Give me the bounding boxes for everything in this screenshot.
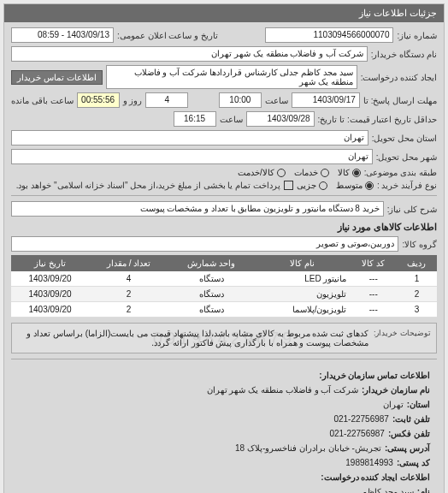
contact-block: اطلاعات تماس سازمان خریدار: نام سازمان خ… bbox=[11, 365, 437, 493]
radio-icon bbox=[321, 169, 329, 177]
class-radio-group: کالا خدمات کالا/خدمت bbox=[238, 168, 361, 177]
buyer-note-text: کدهای ثبت شده مربوط به کالای مشابه باشد،… bbox=[17, 329, 368, 347]
reqno-field: 1103094566000070 bbox=[265, 27, 393, 43]
buyer-unit-field: شرکت آب و فاضلاب منطقه یک شهر تهران bbox=[11, 46, 368, 62]
class-both[interactable]: کالا/خدمت bbox=[238, 168, 286, 177]
announce-field: 1403/09/13 - 08:59 bbox=[11, 27, 114, 43]
table-row: 3 --- تلویزیون/پلاسما دستگاه 2 1403/09/2… bbox=[11, 302, 437, 318]
days-remain-label: روز و bbox=[123, 96, 143, 105]
buyer-note-box: 09198429679 توضیحات خریدار: کدهای ثبت شد… bbox=[11, 323, 437, 353]
divider bbox=[11, 195, 437, 196]
process-label: نوع فرآیند خرید : bbox=[377, 181, 437, 190]
city-field: تهران bbox=[11, 149, 373, 164]
reqno-label: شماره نیاز: bbox=[397, 31, 437, 40]
table-row: 2 --- تلویزیون دستگاه 2 1403/09/20 bbox=[11, 287, 437, 302]
goods-group-field: دوربین،صوتی و تصویر bbox=[11, 236, 398, 252]
process-radio-group: متوسط جزیی bbox=[297, 181, 374, 190]
col-unit: واحد شمارش bbox=[168, 255, 254, 271]
city-label: شهر محل تحویل: bbox=[376, 152, 437, 162]
need-details-panel: جزئیات اطلاعات نیاز شماره نیاز: 11030945… bbox=[3, 3, 445, 493]
treasury-checkbox[interactable] bbox=[284, 181, 293, 190]
process-jozi[interactable]: جزیی bbox=[297, 181, 327, 190]
desc-field: خرید 8 دستگاه مانیتور و تلویزیون مطابق ب… bbox=[11, 201, 384, 217]
desc-label: شرح کلی نیاز: bbox=[387, 205, 437, 214]
goods-group-label: گروه کالا: bbox=[402, 240, 437, 249]
price-valid-time: 16:15 bbox=[174, 111, 216, 127]
contact-title: اطلاعات تماس سازمان خریدار: bbox=[319, 368, 430, 383]
hour-label-2: ساعت bbox=[220, 115, 243, 124]
radio-icon bbox=[352, 169, 361, 177]
days-remain: 4 bbox=[145, 92, 188, 108]
radio-icon bbox=[365, 181, 374, 190]
creator-title: اطلاعات ایجاد کننده درخواست: bbox=[321, 470, 430, 484]
deadline-send-date: 1403/09/17 bbox=[292, 92, 360, 108]
class-kala[interactable]: کالا bbox=[338, 168, 361, 177]
announce-label: تاریخ و ساعت اعلان عمومی: bbox=[117, 31, 218, 40]
deadline-send-label: مهلت ارسال پاسخ: تا bbox=[363, 96, 437, 105]
col-qty: تعداد / مقدار bbox=[89, 255, 168, 271]
requester-field: سید مجد کاظم جدلی کارشناس قراردادها شرکت… bbox=[106, 65, 357, 89]
col-date: تاریخ نیاز bbox=[11, 255, 89, 271]
class-khadamat[interactable]: خدمات bbox=[294, 168, 329, 177]
class-label: طبقه بندی موضوعی: bbox=[364, 168, 437, 177]
goods-title: اطلاعات کالاهای مورد نیاز bbox=[11, 222, 437, 233]
radio-icon bbox=[319, 181, 327, 190]
col-name: نام کالا bbox=[254, 255, 351, 271]
goods-table: ردیف کد کالا نام کالا واحد شمارش تعداد /… bbox=[11, 255, 437, 318]
deadline-send-time: 10:00 bbox=[219, 92, 262, 108]
hour-label-1: ساعت bbox=[265, 96, 288, 105]
time-remain-label: ساعت باقی مانده bbox=[11, 96, 74, 105]
process-motavaset[interactable]: متوسط bbox=[336, 181, 374, 190]
col-code: کد کالا bbox=[350, 255, 397, 271]
time-remain: 00:55:56 bbox=[77, 92, 120, 108]
price-valid-date: 1403/09/28 bbox=[246, 111, 315, 127]
buyer-note-label: توضیحات خریدار: bbox=[374, 329, 431, 347]
panel-title: جزئیات اطلاعات نیاز bbox=[4, 4, 444, 22]
table-row: 1 --- مانیتور LED دستگاه 4 1403/09/20 bbox=[11, 271, 437, 287]
col-row: ردیف bbox=[397, 255, 437, 271]
province-label: استان محل تحویل: bbox=[372, 134, 437, 143]
buyer-contact-button[interactable]: اطلاعات تماس خریدار bbox=[11, 70, 103, 85]
divider bbox=[11, 359, 437, 359]
requester-label: ایجاد کننده درخواست: bbox=[361, 73, 437, 82]
process-note: پرداخت تمام یا بخشی از مبلغ خرید،از محل … bbox=[16, 181, 280, 190]
province-field: تهران bbox=[11, 130, 368, 146]
price-valid-label: حداقل تاریخ اعتبار قیمت: تا تاریخ: bbox=[318, 115, 437, 124]
radio-icon bbox=[277, 169, 286, 177]
goods-head-row: ردیف کد کالا نام کالا واحد شمارش تعداد /… bbox=[11, 255, 437, 271]
buyer-unit-label: نام دستگاه خریدار: bbox=[371, 50, 437, 59]
